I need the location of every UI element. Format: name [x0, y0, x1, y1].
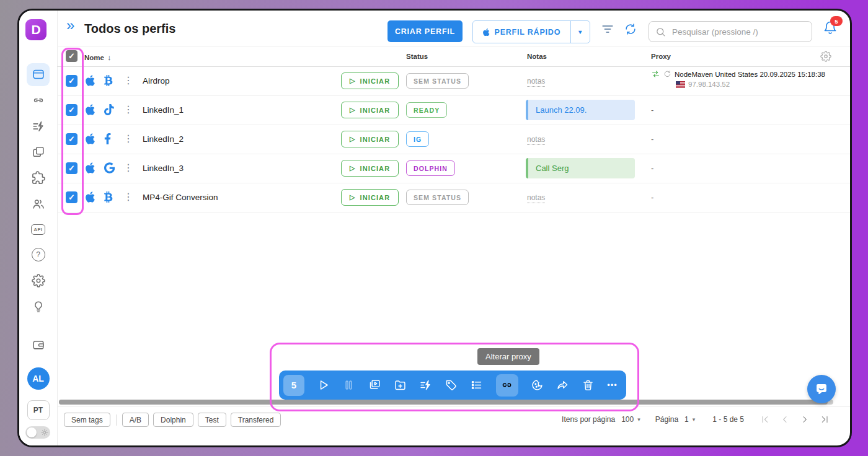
- chevron-down-icon: ▾: [693, 416, 696, 423]
- bulk-change-proxy-icon[interactable]: [496, 374, 518, 397]
- sidebar-item-clones-icon[interactable]: [30, 143, 47, 160]
- main-content: » Todos os perfis CRIAR PERFIL PERFIL RÁ…: [57, 11, 850, 445]
- items-per-page-select[interactable]: 100▾: [621, 415, 640, 424]
- proxy-info[interactable]: NodeMaven United States 20.09.2025 15:18…: [651, 69, 825, 88]
- profile-name[interactable]: Airdrop: [143, 76, 170, 86]
- start-button[interactable]: ▷INICIAR: [341, 102, 399, 118]
- search-box: [649, 21, 812, 42]
- bulk-delete-icon[interactable]: [582, 379, 595, 392]
- search-input[interactable]: [671, 27, 805, 37]
- proxy-refresh-icon: [663, 70, 671, 78]
- selected-count-badge: 5: [283, 375, 304, 396]
- page-select[interactable]: 1▾: [684, 415, 695, 424]
- bulk-share-icon[interactable]: [556, 379, 569, 392]
- row-checkbox[interactable]: ✓: [66, 133, 78, 145]
- table-row[interactable]: ✓ ⋮ LinkedIn_3 ▷INICIAR DOLPHIN Call Ser…: [57, 154, 850, 183]
- note-link[interactable]: notas: [527, 135, 545, 145]
- status-badge[interactable]: SEM STATUS: [406, 73, 469, 89]
- table-row[interactable]: ✓ ⋮ Airdrop ▷INICIAR SEM STATUS notas No…: [57, 66, 850, 96]
- horizontal-scrollbar[interactable]: [59, 400, 828, 405]
- profile-name[interactable]: MP4-Gif Conversion: [143, 193, 218, 202]
- row-checkbox[interactable]: ✓: [66, 162, 78, 174]
- profile-name[interactable]: LinkedIn_1: [143, 105, 184, 115]
- row-checkbox[interactable]: ✓: [66, 75, 78, 87]
- platform-icon: [104, 104, 114, 118]
- language-button[interactable]: PT: [27, 400, 50, 420]
- status-badge[interactable]: SEM STATUS: [406, 190, 469, 205]
- sidebar-item-ideas-bulb-icon[interactable]: [30, 298, 47, 315]
- bulk-tags-icon[interactable]: [445, 379, 458, 392]
- platform-icon: [104, 75, 113, 89]
- notifications-bell-icon[interactable]: 5: [823, 20, 838, 35]
- row-menu-icon[interactable]: ⋮: [123, 103, 133, 115]
- apple-icon: [86, 162, 95, 177]
- column-notes: Notas: [527, 53, 547, 60]
- row-checkbox[interactable]: ✓: [66, 191, 78, 203]
- row-menu-icon[interactable]: ⋮: [123, 162, 133, 173]
- start-button[interactable]: ▷INICIAR: [341, 160, 399, 177]
- us-flag-icon: [676, 81, 685, 88]
- note-chip[interactable]: Launch 22.09.: [526, 100, 635, 120]
- proxy-rotate-icon: [651, 69, 660, 79]
- status-badge[interactable]: IG: [406, 131, 429, 147]
- row-menu-icon[interactable]: ⋮: [123, 133, 133, 144]
- profile-name[interactable]: LinkedIn_3: [143, 164, 184, 173]
- filter-icon[interactable]: [601, 22, 614, 36]
- column-name[interactable]: Nome↓: [84, 53, 111, 62]
- start-button[interactable]: ▷INICIAR: [341, 72, 399, 89]
- collapse-sidebar-icon[interactable]: »: [66, 18, 74, 33]
- start-button[interactable]: ▷INICIAR: [341, 189, 399, 206]
- row-menu-icon[interactable]: ⋮: [123, 191, 133, 203]
- row-checkbox[interactable]: ✓: [66, 104, 78, 116]
- tag-chip[interactable]: Dolphin: [153, 413, 193, 427]
- sidebar-item-wallet-icon[interactable]: [30, 336, 47, 353]
- sidebar-item-profiles-icon[interactable]: [30, 66, 47, 83]
- note-link[interactable]: notas: [527, 193, 545, 203]
- profile-name[interactable]: LinkedIn_2: [143, 134, 184, 144]
- column-settings-icon[interactable]: [820, 51, 831, 62]
- sidebar-item-settings-gear-icon[interactable]: [30, 272, 47, 289]
- create-profile-button[interactable]: CRIAR PERFIL: [388, 20, 463, 42]
- next-page-icon[interactable]: [800, 414, 810, 424]
- select-all-checkbox[interactable]: ✓: [66, 50, 78, 62]
- row-menu-icon[interactable]: ⋮: [123, 74, 133, 86]
- bulk-clone-icon[interactable]: [368, 379, 381, 392]
- tag-chip[interactable]: Test: [198, 413, 226, 427]
- sidebar-item-team-icon[interactable]: [30, 195, 47, 213]
- tag-chip[interactable]: Transfered: [231, 413, 281, 427]
- bulk-pause-icon[interactable]: [342, 379, 355, 392]
- quick-profile-dropdown[interactable]: ▾: [570, 21, 590, 43]
- refresh-icon[interactable]: [624, 22, 637, 36]
- sidebar-item-automation-icon[interactable]: [30, 118, 47, 135]
- tag-chip[interactable]: Sem tags: [64, 413, 110, 427]
- prev-page-icon[interactable]: [780, 414, 790, 424]
- bulk-automation-icon[interactable]: [419, 379, 432, 392]
- sidebar-item-proxy-link-icon[interactable]: [30, 92, 47, 109]
- bulk-start-icon[interactable]: [317, 379, 330, 392]
- status-badge[interactable]: DOLPHIN: [406, 160, 455, 176]
- bulk-status-list-icon[interactable]: [470, 379, 483, 392]
- sidebar-item-api-icon[interactable]: API: [30, 221, 47, 238]
- theme-toggle[interactable]: [25, 426, 50, 439]
- dolphin-logo[interactable]: D: [25, 19, 46, 40]
- sidebar-item-help-icon[interactable]: ?: [30, 246, 47, 263]
- sidebar-item-extensions-icon[interactable]: [30, 169, 47, 186]
- page-title: Todos os perfis: [84, 22, 175, 36]
- start-button[interactable]: ▷INICIAR: [341, 131, 399, 147]
- table-row[interactable]: ✓ ⋮ LinkedIn_1 ▷INICIAR READY Launch 22.…: [57, 95, 850, 125]
- table-row[interactable]: ✓ ⋮ LinkedIn_2 ▷INICIAR IG notas -: [57, 125, 850, 154]
- bulk-add-to-folder-icon[interactable]: [394, 379, 407, 392]
- bulk-more-icon[interactable]: •••: [607, 380, 618, 390]
- first-page-icon[interactable]: [760, 414, 770, 424]
- quick-profile-button[interactable]: PERFIL RÁPIDO ▾: [472, 20, 590, 43]
- status-badge[interactable]: READY: [406, 102, 447, 118]
- note-chip[interactable]: Call Serg: [526, 158, 635, 178]
- tag-chip[interactable]: A/B: [122, 413, 149, 427]
- bulk-cookies-icon[interactable]: [531, 379, 544, 392]
- chat-widget-button[interactable]: [807, 375, 836, 403]
- last-page-icon[interactable]: [820, 414, 830, 424]
- table-row[interactable]: ✓ ⋮ MP4-Gif Conversion ▷INICIAR SEM STAT…: [57, 183, 850, 213]
- user-avatar[interactable]: AL: [27, 367, 50, 390]
- pagination: Itens por página 100▾ Página 1▾ 1 - 5 de…: [562, 407, 830, 432]
- note-link[interactable]: notas: [527, 77, 545, 87]
